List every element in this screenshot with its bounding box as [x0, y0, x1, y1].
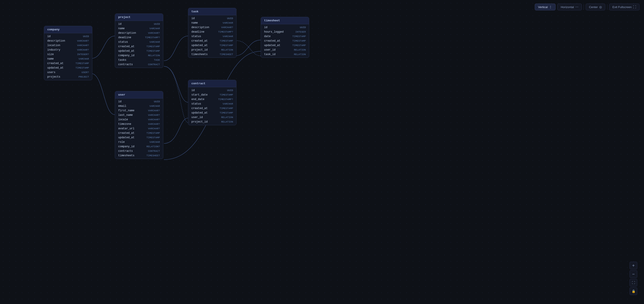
- table-row: start_dateTIMESTAMP: [188, 93, 236, 97]
- table-row: project_idRELATION: [188, 48, 236, 52]
- table-row: descriptionVARCHAR?: [44, 39, 92, 43]
- table-row: first_nameVARCHAR?: [115, 108, 163, 113]
- table-row: user_idRELATION: [188, 115, 236, 120]
- table-row: company_idRELATION: [115, 53, 163, 58]
- connectors: [0, 0, 644, 304]
- contract-table[interactable]: contract idUUID start_dateTIMESTAMP end_…: [188, 80, 236, 125]
- table-row: timezoneVARCHAR?: [115, 122, 163, 126]
- table-row: sizeINTEGER?: [44, 52, 92, 57]
- table-row: timesheetsTIMESHEET: [115, 153, 163, 158]
- user-table-header: user: [115, 91, 163, 99]
- table-row: created_atTIMESTAMP: [261, 39, 309, 43]
- zoom-in-button[interactable]: +: [630, 262, 637, 269]
- table-row: updated_atTIMESTAMP: [261, 43, 309, 48]
- table-row: idUUID: [44, 34, 92, 39]
- table-row: statusVARCHAR: [188, 34, 236, 39]
- table-row: task_idRELATION: [261, 52, 309, 57]
- horizontal-button[interactable]: Horizontal ⋯: [557, 3, 582, 10]
- toolbar-divider: [584, 4, 584, 10]
- vertical-label: Vertical: [538, 5, 548, 9]
- canvas: company idUUID descriptionVARCHAR? locat…: [0, 0, 644, 304]
- project-table[interactable]: project idUUID nameVARCHAR descriptionVA…: [115, 13, 163, 68]
- project-table-header: project: [115, 14, 163, 21]
- table-row: timesheetsTIMESHEET: [188, 52, 236, 57]
- task-table[interactable]: task idUUID nameVARCHAR descriptionVARCH…: [188, 8, 236, 58]
- fit-button[interactable]: ⛶: [630, 279, 637, 287]
- lock-button[interactable]: 🔒: [630, 287, 637, 295]
- table-row: deadlineTIMESTAMP?: [188, 30, 236, 34]
- table-row: projectsPROJECT: [44, 75, 92, 79]
- table-row: last_nameVARCHAR?: [115, 113, 163, 117]
- zoom-out-button[interactable]: −: [630, 270, 637, 278]
- table-row: project_idRELATION: [188, 120, 236, 124]
- contract-table-header: contract: [188, 80, 236, 87]
- table-row: idUUID: [115, 22, 163, 26]
- timesheet-table[interactable]: timesheet idUUID hours_loggedINTEGER dat…: [261, 17, 309, 58]
- table-row: nameVARCHAR: [44, 57, 92, 61]
- table-row: statusVARCHAR: [188, 102, 236, 106]
- table-row: updated_atTIMESTAMP: [115, 49, 163, 53]
- table-row: dateTIMESTAMP: [261, 34, 309, 39]
- table-row: descriptionVARCHAR?: [188, 25, 236, 30]
- table-row: created_atTIMESTAMP: [115, 44, 163, 49]
- center-button[interactable]: Center ◎: [586, 3, 605, 10]
- table-row: created_atTIMESTAMP: [115, 131, 163, 135]
- table-row: localeVARCHAR?: [115, 117, 163, 122]
- table-row: descriptionVARCHAR?: [115, 31, 163, 35]
- table-row: tasksTASK: [115, 58, 163, 62]
- vertical-dots-icon: ⋮: [549, 5, 552, 9]
- zoom-controls: + − ⛶ 🔒: [630, 262, 637, 295]
- table-row: idUUID: [188, 16, 236, 21]
- user-table[interactable]: user idUUID emailVARCHAR first_nameVARCH…: [115, 91, 163, 159]
- table-row: roleVARCHAR: [115, 140, 163, 144]
- table-row: hours_loggedINTEGER: [261, 30, 309, 34]
- table-row: end_dateTIMESTAMP?: [188, 97, 236, 102]
- table-row: industryVARCHAR?: [44, 48, 92, 52]
- table-row: updated_atTIMESTAMP: [115, 135, 163, 140]
- timesheet-table-header: timesheet: [261, 17, 309, 24]
- table-row: updated_atTIMESTAMP: [188, 111, 236, 115]
- table-row: created_atTIMESTAMP: [188, 39, 236, 43]
- exit-fullscreen-label: Exit Fullscreen: [612, 5, 632, 9]
- fullscreen-icon: ⛶: [633, 5, 636, 9]
- company-table-header: company: [44, 26, 92, 33]
- center-icon: ◎: [599, 5, 602, 9]
- table-row: contractsCONTRACT: [115, 149, 163, 153]
- horizontal-label: Horizontal: [561, 5, 574, 9]
- table-row: nameVARCHAR: [188, 21, 236, 25]
- table-row: updated_atTIMESTAMP: [188, 43, 236, 48]
- horizontal-dots-icon: ⋯: [575, 5, 578, 9]
- table-row: updated_atTIMESTAMP: [44, 66, 92, 70]
- toolbar-divider-2: [607, 4, 607, 10]
- table-row: usersUSER?: [44, 70, 92, 75]
- table-row: avatar_urlVARCHAR?: [115, 126, 163, 131]
- table-row: statusVARCHAR: [115, 40, 163, 44]
- exit-fullscreen-button[interactable]: Exit Fullscreen ⛶: [609, 3, 640, 10]
- table-row: user_idRELATION: [261, 48, 309, 52]
- table-row: idUUID: [261, 25, 309, 30]
- table-row: created_atTIMESTAMP: [188, 106, 236, 111]
- vertical-button[interactable]: Vertical ⋮: [535, 3, 556, 10]
- company-table[interactable]: company idUUID descriptionVARCHAR? locat…: [44, 26, 92, 80]
- table-row: idUUID: [188, 88, 236, 93]
- table-row: emailVARCHAR: [115, 104, 163, 108]
- task-table-header: task: [188, 8, 236, 15]
- table-row: nameVARCHAR: [115, 26, 163, 31]
- table-row: contractsCONTRACT: [115, 62, 163, 67]
- table-row: locationVARCHAR?: [44, 43, 92, 48]
- table-row: company_idRELATION?: [115, 144, 163, 149]
- center-label: Center: [589, 5, 598, 9]
- table-row: created_atTIMESTAMP: [44, 61, 92, 66]
- toolbar: Vertical ⋮ Horizontal ⋯ Center ◎ Exit Fu…: [535, 3, 640, 10]
- table-row: idUUID: [115, 99, 163, 104]
- table-row: deadlineTIMESTAMP?: [115, 35, 163, 40]
